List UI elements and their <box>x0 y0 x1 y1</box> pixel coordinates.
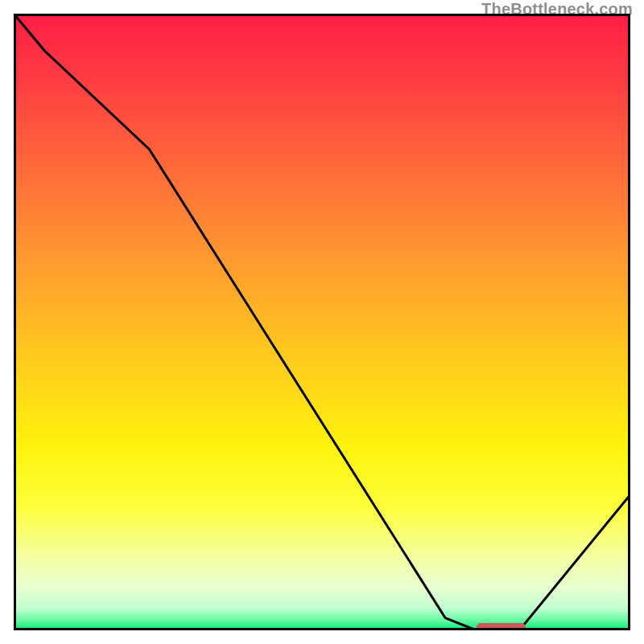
axis-top <box>14 14 630 16</box>
axis-right <box>628 14 630 630</box>
chart-container: TheBottleneck.com <box>0 0 644 644</box>
plot-area <box>14 14 630 630</box>
chart-curve <box>14 14 630 630</box>
axis-left <box>14 14 16 630</box>
axis-bottom <box>14 628 630 630</box>
